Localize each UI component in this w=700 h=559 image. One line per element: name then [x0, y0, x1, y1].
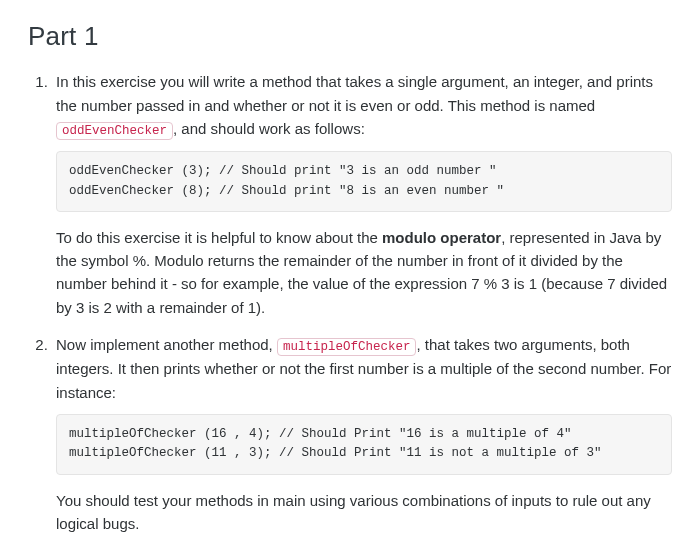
page: Part 1 In this exercise you will write a…: [0, 0, 700, 559]
code-block-oddevenchecker: oddEvenChecker (3); // Should print "3 i…: [56, 151, 672, 212]
exercise-1-intro: In this exercise you will write a method…: [56, 70, 672, 141]
inline-code-multipleofchecker: multipleOfChecker: [277, 338, 417, 356]
code-block-multipleofchecker: multipleOfChecker (16 , 4); // Should Pr…: [56, 414, 672, 475]
exercise-2-outro: You should test your methods in main usi…: [56, 489, 672, 536]
exercise-item-1: In this exercise you will write a method…: [52, 70, 672, 319]
exercise-1-explanation: To do this exercise it is helpful to kno…: [56, 226, 672, 319]
text-segment: To do this exercise it is helpful to kno…: [56, 229, 382, 246]
text-segment: Now implement another method,: [56, 336, 277, 353]
exercise-2-intro: Now implement another method, multipleOf…: [56, 333, 672, 404]
text-segment: In this exercise you will write a method…: [56, 73, 653, 113]
text-segment: , and should work as follows:: [173, 120, 365, 137]
inline-code-oddevenchecker: oddEvenChecker: [56, 122, 173, 140]
exercise-item-2: Now implement another method, multipleOf…: [52, 333, 672, 535]
strong-modulo-operator: modulo operator: [382, 229, 501, 246]
exercise-list: In this exercise you will write a method…: [28, 70, 672, 535]
page-title: Part 1: [28, 16, 672, 56]
